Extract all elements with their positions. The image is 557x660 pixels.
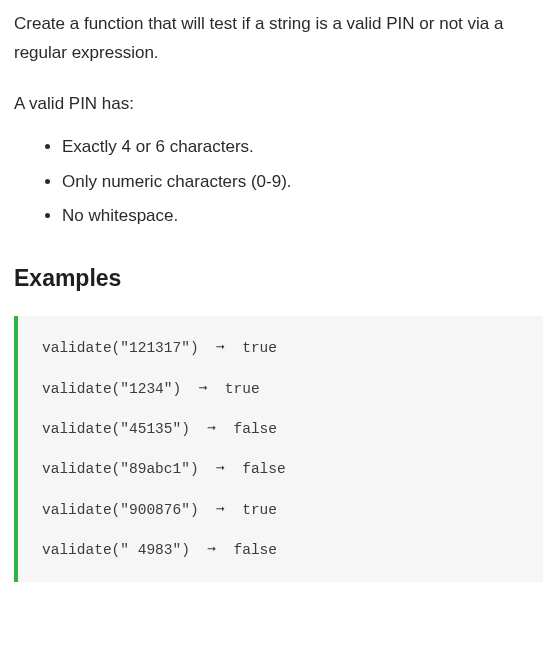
code-line: validate("1234") ➞ true [42, 379, 521, 399]
code-line: validate(" 4983") ➞ false [42, 540, 521, 560]
code-call: validate("1234") [42, 381, 181, 397]
code-result: false [233, 542, 277, 558]
rules-subhead: A valid PIN has: [14, 90, 543, 119]
code-line: validate("89abc1") ➞ false [42, 459, 521, 479]
code-call: validate("45135") [42, 421, 190, 437]
code-call: validate("121317") [42, 340, 199, 356]
arrow-icon: ➞ [207, 540, 216, 560]
code-result: true [242, 340, 277, 356]
code-result: false [242, 461, 286, 477]
code-call: validate("89abc1") [42, 461, 199, 477]
arrow-icon: ➞ [199, 379, 208, 399]
arrow-icon: ➞ [216, 500, 225, 520]
code-line: validate("121317") ➞ true [42, 338, 521, 358]
code-result: true [225, 381, 260, 397]
examples-code-block: validate("121317") ➞ true validate("1234… [14, 316, 543, 582]
code-line: validate("45135") ➞ false [42, 419, 521, 439]
problem-intro: Create a function that will test if a st… [14, 10, 543, 68]
rules-list: Exactly 4 or 6 characters. Only numeric … [14, 133, 543, 232]
code-line: validate("900876") ➞ true [42, 500, 521, 520]
arrow-icon: ➞ [207, 419, 216, 439]
code-call: validate(" 4983") [42, 542, 190, 558]
code-result: false [233, 421, 277, 437]
code-call: validate("900876") [42, 502, 199, 518]
examples-heading: Examples [14, 259, 543, 298]
arrow-icon: ➞ [216, 338, 225, 358]
list-item: Only numeric characters (0-9). [62, 168, 543, 197]
list-item: Exactly 4 or 6 characters. [62, 133, 543, 162]
list-item: No whitespace. [62, 202, 543, 231]
arrow-icon: ➞ [216, 459, 225, 479]
code-result: true [242, 502, 277, 518]
